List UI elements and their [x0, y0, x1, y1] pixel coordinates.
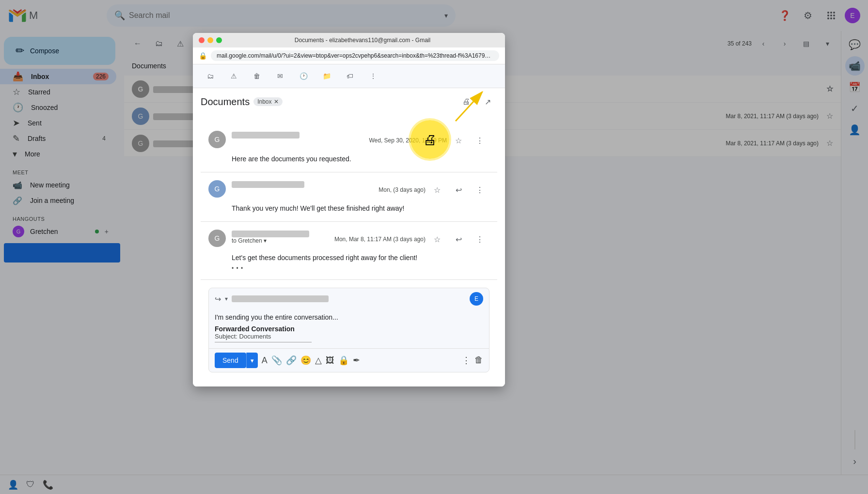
compose-footer: Send ▾ A 📎 🔗 😊 △ 🖼 🔒 ✒ ⋮ 🗑 [209, 348, 489, 372]
compose-footer-right: ⋮ 🗑 [462, 355, 483, 366]
thread-archive-button[interactable]: 🗂 [201, 66, 220, 86]
message-body-2: Thank you very much! We'll get these fin… [232, 203, 489, 214]
message-more-button-2[interactable]: ⋮ [470, 180, 489, 200]
emoji-icon[interactable]: 😊 [300, 355, 311, 366]
compose-to-blurred [232, 295, 329, 302]
message-sender-info-2 [232, 180, 373, 188]
forward-icon: ↪ [215, 294, 221, 304]
message-body-1: Here are the documents you requested. [232, 154, 489, 164]
message-more-button-3[interactable]: ⋮ [470, 230, 489, 249]
drive-icon[interactable]: △ [315, 355, 322, 366]
message-reply-button-2[interactable]: ↩ [449, 180, 468, 200]
thread-title-row: Documents Inbox ✕ 🖨 ↗ [193, 88, 505, 115]
message-time-2: Mon, (3 days ago) [379, 186, 426, 193]
thread-snooze-button[interactable]: 🕐 [294, 66, 313, 86]
print-icon-highlighted: 🖨 [423, 132, 437, 148]
message-header-2: G Mon, (3 days ago) ☆ ↩ ⋮ [208, 180, 489, 200]
send-dropdown-button[interactable]: ▾ [246, 353, 258, 368]
message-avatar-1: G [208, 131, 226, 148]
message-more-button-1[interactable]: ⋮ [470, 131, 489, 150]
send-button[interactable]: Send [215, 353, 246, 368]
compose-more-icon[interactable]: ⋮ [462, 355, 471, 366]
message-sender-name-1 [232, 131, 363, 139]
confidential-icon[interactable]: 🔒 [338, 355, 349, 366]
message-header-3: G to Gretchen ▾ Mon, Mar 8, 11:17 AM (3 … [208, 230, 489, 249]
thread-delete-button[interactable]: 🗑 [247, 66, 267, 86]
message-sender-info-3: to Gretchen ▾ [232, 230, 329, 244]
format-icon[interactable]: A [262, 355, 268, 366]
lock-icon: 🔒 [199, 52, 207, 60]
thread-label-button[interactable]: ✉ [270, 66, 290, 86]
forwarded-subject: Subject: Documents [215, 333, 483, 340]
message-avatar-2: G [208, 180, 226, 198]
thread-print-button[interactable]: 🖨 [457, 92, 476, 111]
photo-icon[interactable]: 🖼 [326, 355, 334, 366]
send-button-group: Send ▾ [215, 353, 258, 368]
forwarded-title: Forwarded Conversation [215, 325, 483, 333]
thread-title: Documents [201, 96, 250, 108]
browser-titlebar: Documents - elizabethevans110@gmail.com … [193, 33, 505, 47]
sender-name-blurred-3 [232, 231, 309, 237]
browser-window: Documents - elizabethevans110@gmail.com … [193, 33, 505, 386]
compose-body[interactable]: I'm sending you the entire conversation.… [209, 309, 489, 348]
compose-area: ↪ ▾ E I'm sending you the entire convers… [208, 288, 489, 372]
message-body-3: Let's get these documents processed righ… [232, 253, 489, 263]
sender-name-blurred-2 [232, 181, 304, 188]
minimize-window-button[interactable] [207, 37, 213, 43]
inbox-label-text: Inbox [257, 98, 271, 105]
thread-label: Inbox ✕ [253, 97, 282, 106]
thread-open-new-button[interactable]: ↗ [478, 92, 497, 111]
message-sender-name-2 [232, 180, 373, 188]
message-to-3: to Gretchen ▾ [232, 237, 329, 244]
message-2: G Mon, (3 days ago) ☆ ↩ ⋮ Thank you very… [201, 172, 497, 222]
maximize-window-button[interactable] [216, 37, 222, 43]
compose-body-text: I'm sending you the entire conversation.… [215, 313, 483, 321]
message-reply-button-3[interactable]: ↩ [449, 230, 468, 249]
thread-move-button[interactable]: 📁 [317, 66, 336, 86]
message-time-3: Mon, Mar 8, 11:17 AM (3 days ago) [334, 236, 426, 243]
thread-icons-right: 🖨 ↗ [457, 92, 497, 111]
signature-icon[interactable]: ✒ [353, 355, 360, 366]
forward-arrow-dropdown[interactable]: ▾ [225, 295, 228, 302]
label-close-icon[interactable]: ✕ [274, 98, 279, 105]
address-bar-url[interactable]: mail.google.com/mail/u/0/?ui=2&view=btop… [211, 50, 499, 61]
thread-spam-button[interactable]: ⚠ [224, 66, 243, 86]
message-actions-3: Mon, Mar 8, 11:17 AM (3 days ago) ☆ ↩ ⋮ [334, 230, 489, 249]
highlight-circle: 🖨 [410, 120, 449, 159]
message-star-button-1[interactable]: ☆ [449, 131, 468, 150]
thread-container: G Wed, Sep 30, 2020, 12:19 PM ☆ ⋮ Here a… [193, 115, 505, 386]
compose-header: ↪ ▾ E [209, 288, 489, 309]
message-sender-info-1 [232, 131, 363, 139]
forwarded-divider [215, 342, 312, 342]
browser-traffic-lights [199, 37, 222, 43]
sender-name-blurred [232, 132, 300, 139]
close-window-button[interactable] [199, 37, 205, 43]
message-star-button-2[interactable]: ☆ [427, 180, 447, 200]
browser-title: Documents - elizabethevans110@gmail.com … [226, 37, 499, 44]
browser-addressbar: 🔒 mail.google.com/mail/u/0/?ui=2&view=bt… [193, 47, 505, 64]
compose-user-avatar: E [470, 292, 483, 306]
message-sender-name-3 [232, 230, 329, 237]
attach-icon[interactable]: 📎 [271, 355, 282, 366]
link-icon[interactable]: 🔗 [286, 355, 297, 366]
expand-dots-3[interactable]: • • • [232, 265, 489, 272]
message-1: G Wed, Sep 30, 2020, 12:19 PM ☆ ⋮ Here a… [201, 123, 497, 172]
compose-delete-icon[interactable]: 🗑 [474, 355, 483, 366]
compose-header-right: E [470, 292, 483, 306]
message-3: G to Gretchen ▾ Mon, Mar 8, 11:17 AM (3 … [201, 222, 497, 280]
message-actions-2: Mon, (3 days ago) ☆ ↩ ⋮ [379, 180, 489, 200]
message-star-button-3[interactable]: ☆ [427, 230, 447, 249]
thread-more-button[interactable]: ⋮ [363, 66, 383, 86]
message-avatar-3: G [208, 230, 226, 247]
thread-tag-button[interactable]: 🏷 [340, 66, 360, 86]
thread-toolbar: 🗂 ⚠ 🗑 ✉ 🕐 📁 🏷 ⋮ [193, 64, 505, 88]
